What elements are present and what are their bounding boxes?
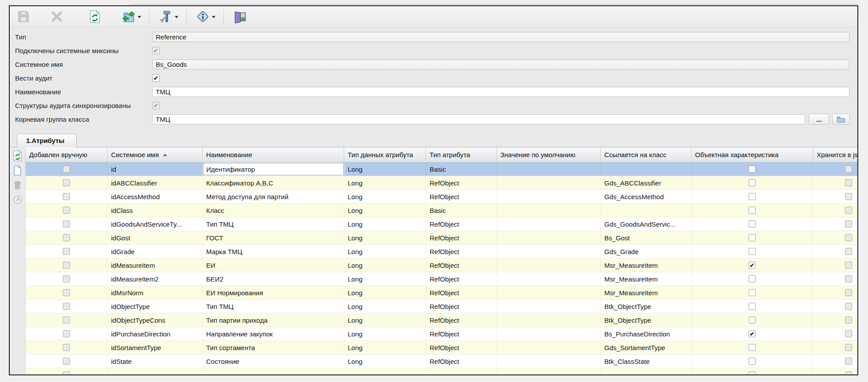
- manual-checkbox[interactable]: [63, 371, 70, 374]
- cell-data-type[interactable]: [344, 368, 426, 374]
- stored-json-checkbox[interactable]: [845, 207, 852, 214]
- cell-system-name[interactable]: idSortamentType: [108, 341, 203, 354]
- stored-json-checkbox[interactable]: [845, 275, 852, 282]
- cell-data-type[interactable]: Long: [344, 355, 426, 368]
- cell-stored-json[interactable]: [813, 231, 857, 244]
- cell-name[interactable]: Тип ТМЦ: [203, 217, 344, 231]
- cell-attr-type[interactable]: RefObject: [426, 190, 497, 203]
- cell-manual[interactable]: [26, 368, 108, 374]
- cell-ref-class[interactable]: Msr_MeasureItem: [601, 272, 691, 286]
- cell-manual[interactable]: [26, 259, 108, 272]
- tab-attributes[interactable]: 1.Атрибуты: [17, 134, 77, 147]
- cell-name[interactable]: Метод доступа для партий: [203, 190, 344, 203]
- stored-json-checkbox[interactable]: [845, 179, 852, 186]
- cell-ref-class[interactable]: Btk_ObjectType: [601, 313, 691, 327]
- table-row[interactable]: idMsrNormЕИ НормированияLongRefObjectMsr…: [26, 286, 857, 300]
- cell-attr-type[interactable]: RefObject: [426, 231, 497, 244]
- stored-json-checkbox[interactable]: [845, 166, 852, 173]
- cell-system-name[interactable]: idObjectTypeCons: [108, 313, 203, 327]
- cell-data-type[interactable]: Long: [344, 272, 426, 286]
- cell-object-char[interactable]: [691, 217, 813, 231]
- column-header-3[interactable]: Тип данных атрибута: [344, 147, 426, 162]
- cell-ref-class[interactable]: Bs_PurchaseDirection: [601, 327, 691, 340]
- cell-ref-class[interactable]: [601, 162, 691, 176]
- cell-stored-json[interactable]: [813, 259, 857, 272]
- table-row[interactable]: idMeasureItemЕИLongRefObjectMsr_MeasureI…: [26, 259, 857, 272]
- table-row[interactable]: idSortamentTypeТип сортаментаLongRefObje…: [26, 341, 857, 355]
- stored-json-checkbox[interactable]: [845, 316, 852, 324]
- cell-default-value[interactable]: [497, 176, 601, 189]
- stored-json-checkbox[interactable]: [845, 330, 852, 337]
- cell-object-char[interactable]: [691, 259, 813, 272]
- cell-name[interactable]: БЕИ2: [203, 272, 344, 286]
- cell-default-value[interactable]: [497, 272, 601, 286]
- stored-json-checkbox[interactable]: [845, 289, 852, 296]
- cell-stored-json[interactable]: [813, 217, 857, 231]
- cell-manual[interactable]: [26, 300, 108, 313]
- cell-ref-class[interactable]: Gds_AccessMethod: [601, 190, 691, 203]
- cell-object-char[interactable]: [691, 162, 813, 176]
- object-char-checkbox[interactable]: [749, 344, 756, 351]
- table-row-partial[interactable]: [26, 368, 857, 374]
- cell-system-name[interactable]: idGost: [108, 231, 203, 244]
- object-char-checkbox[interactable]: [749, 358, 756, 365]
- table-row[interactable]: idABCClassifierКлассификатор А,В,СLongRe…: [26, 176, 857, 190]
- cell-object-char[interactable]: [691, 300, 813, 313]
- manual-checkbox[interactable]: [63, 220, 70, 228]
- cell-name[interactable]: Тип партии прихода: [203, 313, 344, 327]
- cell-system-name[interactable]: idPurchaseDirection: [108, 327, 203, 340]
- cell-object-char[interactable]: [691, 204, 813, 217]
- cell-data-type[interactable]: Long: [344, 300, 426, 313]
- cell-data-type[interactable]: Long: [344, 327, 426, 340]
- cell-data-type[interactable]: Long: [344, 190, 426, 203]
- grid-open-button[interactable]: [12, 193, 24, 206]
- cell-ref-class[interactable]: Msr_MeasureItem: [601, 259, 691, 272]
- stored-json-checkbox[interactable]: [845, 220, 852, 228]
- cell-system-name[interactable]: idMeasureItem: [108, 259, 203, 272]
- manual-checkbox[interactable]: [63, 207, 70, 214]
- manual-checkbox[interactable]: [63, 248, 70, 255]
- cell-attr-type[interactable]: RefObject: [426, 313, 497, 327]
- cell-default-value[interactable]: [497, 245, 601, 258]
- cell-name[interactable]: ЕИ Нормирования: [203, 286, 344, 299]
- cell-default-value[interactable]: [497, 204, 601, 217]
- table-row[interactable]: idStateСостояниеLongRefObjectBtk_ClassSt…: [26, 355, 857, 368]
- cell-ref-class[interactable]: Gds_SortamentType: [601, 341, 691, 354]
- cell-attr-type[interactable]: RefObject: [426, 272, 497, 286]
- root-group-folder-button[interactable]: [832, 114, 850, 125]
- cell-data-type[interactable]: Long: [344, 286, 426, 299]
- cell-ref-class[interactable]: Gds_ABCClassifier: [601, 176, 691, 189]
- cell-object-char[interactable]: [691, 245, 813, 258]
- cell-manual[interactable]: [26, 204, 108, 217]
- cell-stored-json[interactable]: [813, 272, 857, 286]
- manual-checkbox[interactable]: [63, 344, 70, 351]
- cell-default-value[interactable]: [497, 341, 601, 354]
- manual-checkbox[interactable]: [63, 330, 70, 337]
- cell-data-type[interactable]: Long: [344, 162, 426, 176]
- cell-default-value[interactable]: [497, 313, 601, 327]
- cell-attr-type[interactable]: RefObject: [426, 286, 497, 299]
- table-row[interactable]: idGostГОСТLongRefObjectBs_Gost: [26, 231, 857, 245]
- cell-default-value[interactable]: [497, 190, 601, 203]
- cell-stored-json[interactable]: [813, 313, 857, 327]
- system-name-field[interactable]: Bs_Goods: [152, 59, 849, 69]
- cell-data-type[interactable]: Long: [344, 231, 426, 244]
- manual-checkbox[interactable]: [63, 289, 70, 296]
- cell-stored-json[interactable]: [813, 162, 857, 176]
- cell-default-value[interactable]: [497, 286, 601, 299]
- manual-checkbox[interactable]: [63, 316, 70, 324]
- info-dropdown-arrow[interactable]: [212, 16, 215, 20]
- cell-manual[interactable]: [26, 190, 108, 203]
- object-char-checkbox[interactable]: [749, 289, 756, 296]
- table-row[interactable]: idMeasureItem2БЕИ2LongRefObjectMsr_Measu…: [26, 272, 857, 286]
- object-char-checkbox[interactable]: [749, 220, 756, 228]
- cell-data-type[interactable]: Long: [344, 245, 426, 258]
- column-header-7[interactable]: Объектная характеристика: [691, 147, 813, 162]
- cell-object-char[interactable]: [691, 313, 813, 327]
- cell-data-type[interactable]: Long: [344, 217, 426, 231]
- cell-default-value[interactable]: [497, 300, 601, 313]
- object-char-checkbox[interactable]: [749, 303, 756, 310]
- stored-json-checkbox[interactable]: [845, 248, 852, 255]
- cancel-button[interactable]: [49, 9, 65, 25]
- cell-object-char[interactable]: [691, 368, 813, 374]
